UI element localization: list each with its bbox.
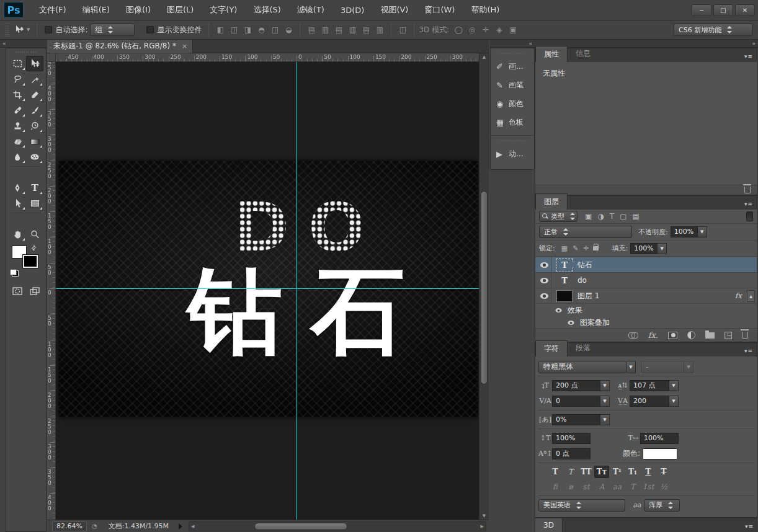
- lock-icon[interactable]: ✛: [583, 244, 589, 252]
- font-family-arrow-icon[interactable]: ▼: [626, 361, 636, 373]
- eye-cell[interactable]: [564, 316, 577, 328]
- baseline-shift-field[interactable]: 0 点: [552, 448, 591, 459]
- fill-field[interactable]: 100%: [630, 243, 658, 254]
- minimize-button[interactable]: ─: [692, 4, 711, 16]
- text-color-swatch[interactable]: [643, 448, 677, 459]
- visibility-eye-icon[interactable]: [568, 320, 574, 324]
- lock-all-icon[interactable]: [593, 246, 599, 250]
- gradient-tool-icon[interactable]: [26, 133, 43, 149]
- clone-stamp-tool-icon[interactable]: [9, 118, 26, 133]
- pen-tool-icon[interactable]: [9, 180, 26, 195]
- crop-tool-icon[interactable]: [9, 87, 26, 102]
- rectangle-shape-tool-icon[interactable]: [26, 195, 43, 211]
- antialias-dropdown[interactable]: 浑厚: [644, 499, 680, 512]
- auto-select-checkbox[interactable]: [45, 26, 52, 33]
- maximize-button[interactable]: □: [713, 4, 733, 16]
- tracking-field[interactable]: 200: [630, 396, 669, 407]
- collapse-effects-icon[interactable]: ▲: [747, 290, 755, 302]
- layer-row-do[interactable]: Tdo: [535, 273, 757, 288]
- font-size-arrow-icon[interactable]: ▼: [600, 380, 610, 391]
- distribute-icon[interactable]: ▤: [305, 25, 318, 34]
- horizontal-scale-field[interactable]: 100%: [640, 433, 679, 444]
- layer-row-图案叠加[interactable]: 图案叠加: [535, 316, 757, 328]
- faux-style-button[interactable]: T: [548, 466, 563, 478]
- menu-item[interactable]: 视图(V): [372, 4, 416, 16]
- path-selection-tool-icon[interactable]: [9, 195, 26, 211]
- 3d-mode-icon[interactable]: ✛: [479, 25, 492, 34]
- font-style-arrow-icon[interactable]: ▼: [684, 361, 693, 373]
- menu-item[interactable]: 窗口(W): [416, 4, 463, 16]
- strip-group-grip[interactable]: [499, 138, 525, 143]
- tracking-arrow-icon[interactable]: ▼: [669, 396, 679, 407]
- eyedropper-tool-icon[interactable]: [26, 87, 43, 102]
- strip-item-颜色[interactable]: ◉颜色: [491, 94, 534, 113]
- h-ruler[interactable]: 4504003503002502001501005005010015020025…: [56, 53, 479, 62]
- spot-healing-brush-tool-icon[interactable]: [9, 102, 26, 118]
- eye-cell[interactable]: [538, 273, 551, 288]
- panel-menu-icon[interactable]: ▾≡: [745, 523, 754, 530]
- strip-item-画笔[interactable]: ✎画笔: [491, 76, 534, 94]
- swap-colors-icon[interactable]: ⇄: [29, 244, 38, 252]
- strip-group-grip[interactable]: [499, 51, 525, 56]
- language-dropdown[interactable]: 美国英语: [538, 499, 625, 512]
- align-icon[interactable]: ◓: [255, 25, 267, 34]
- faux-style-button[interactable]: TT: [579, 466, 594, 478]
- history-brush-tool-icon[interactable]: [26, 118, 43, 133]
- layer-row-钻石[interactable]: T钻石: [535, 257, 757, 273]
- background-color-swatch[interactable]: [23, 255, 38, 268]
- delete-layer-icon[interactable]: [742, 332, 748, 339]
- opentype-button[interactable]: st: [579, 482, 594, 491]
- arrange-icon[interactable]: ◫: [396, 25, 409, 34]
- link-layers-icon[interactable]: [628, 332, 638, 338]
- 3d-mode-icon[interactable]: ◈: [493, 25, 506, 34]
- collapse-strip-button[interactable]: «: [490, 40, 535, 48]
- ruler-corner[interactable]: [47, 53, 56, 62]
- opentype-button[interactable]: T: [625, 482, 640, 491]
- faux-style-button[interactable]: T: [656, 466, 671, 478]
- visibility-eye-icon[interactable]: [540, 262, 548, 268]
- eye-cell[interactable]: [551, 304, 565, 316]
- faux-style-button[interactable]: T₁: [625, 466, 640, 478]
- opacity-field[interactable]: 100%: [671, 226, 698, 237]
- brush-tool-icon[interactable]: [26, 102, 43, 118]
- layer-row-图层 1[interactable]: 图层 1fx▲: [535, 288, 757, 304]
- trash-icon[interactable]: [744, 187, 751, 193]
- new-layer-icon[interactable]: [725, 332, 732, 339]
- distribute-icon[interactable]: ▥: [346, 25, 359, 34]
- lock-icon[interactable]: ✎: [573, 244, 578, 252]
- eye-cell[interactable]: [538, 257, 551, 272]
- close-button[interactable]: ✕: [735, 4, 755, 16]
- scroll-left-icon[interactable]: ◀: [191, 524, 194, 529]
- vertical-scale-field[interactable]: 100%: [552, 433, 591, 444]
- align-icon[interactable]: ◨: [241, 25, 254, 34]
- visibility-eye-icon[interactable]: [555, 308, 561, 312]
- distribute-icon[interactable]: ▤: [332, 25, 345, 34]
- proportional-spacing-arrow-icon[interactable]: ▼: [600, 414, 610, 425]
- font-size-field[interactable]: 200 点: [552, 380, 600, 391]
- move-tool-preview-icon[interactable]: [14, 25, 24, 34]
- lasso-tool-icon[interactable]: [9, 71, 26, 87]
- tool-panel-grip[interactable]: [15, 50, 37, 55]
- layer-filter-icon[interactable]: ▤: [633, 212, 640, 221]
- tab-layers[interactable]: 图层: [535, 193, 568, 210]
- auto-select-dropdown[interactable]: 组: [90, 24, 135, 36]
- document-tab[interactable]: 未标题-1 @ 82.6% (钻石, RGB/8) * ×: [47, 40, 193, 53]
- vertical-scroll-thumb[interactable]: [481, 191, 488, 384]
- tab-段落[interactable]: 段落: [568, 340, 599, 357]
- menu-item[interactable]: 编辑(E): [74, 4, 118, 16]
- faux-style-button[interactable]: T: [641, 466, 656, 478]
- add-mask-icon[interactable]: [668, 332, 677, 339]
- status-flyout-arrow-icon[interactable]: [179, 523, 182, 530]
- blend-mode-dropdown[interactable]: 正常: [539, 226, 632, 238]
- visibility-eye-icon[interactable]: [540, 293, 548, 299]
- align-icon[interactable]: ◒: [282, 25, 295, 34]
- adjustment-layer-icon[interactable]: [687, 331, 695, 339]
- layer-filter-icon[interactable]: ▣: [585, 212, 592, 221]
- horizontal-scrollbar[interactable]: ◀ ▶: [189, 521, 486, 531]
- tab-3d[interactable]: 3D: [535, 518, 563, 532]
- opacity-arrow-icon[interactable]: ▼: [698, 226, 707, 237]
- eraser-tool-icon[interactable]: [9, 133, 26, 149]
- zoom-level-field[interactable]: 82.64%: [52, 521, 87, 531]
- 3d-mode-icon[interactable]: ◯: [452, 25, 465, 34]
- workspace-dropdown[interactable]: CS6 新增功能: [674, 24, 753, 36]
